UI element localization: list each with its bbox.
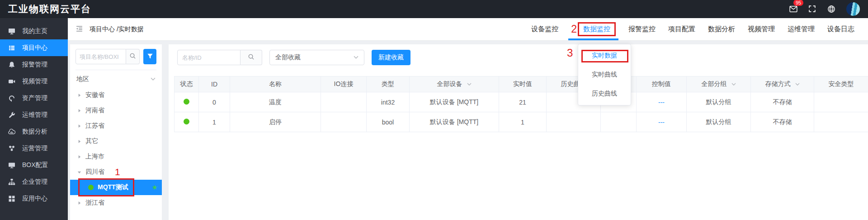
sidebar-item-ops-mgmt[interactable]: 运维管理	[0, 106, 68, 123]
sidebar-item-my-home[interactable]: 我的主页	[0, 23, 68, 39]
col-group-filter[interactable]: 全部分组	[687, 77, 751, 92]
recycle-icon	[8, 95, 15, 102]
favorite-star-icon[interactable]: ★	[152, 183, 158, 191]
type-cell: int32	[367, 92, 410, 112]
chevron-down-icon	[795, 83, 800, 86]
tab-alarm-monitor[interactable]: 报警监控	[622, 18, 662, 40]
security-type-cell	[814, 92, 868, 112]
project-tree-panel: 地区 安徽省 河南省 江苏省	[70, 44, 162, 220]
project-search-button[interactable]	[126, 49, 140, 64]
caret-down-icon	[77, 168, 81, 176]
caret-right-icon	[77, 107, 81, 114]
sidebar-item-video-mgmt[interactable]: 视频管理	[0, 73, 68, 90]
language-button[interactable]	[827, 5, 835, 13]
annotation-step-2: 2	[571, 23, 577, 35]
col-device-filter[interactable]: 全部设备	[410, 77, 499, 92]
tab-label: 数据分析	[708, 25, 735, 33]
annotation-step-1: 1	[115, 167, 120, 177]
device-cell: 默认设备 [MQTT]	[410, 112, 499, 132]
control-value-link[interactable]: ---	[658, 99, 665, 106]
sidebar-item-label: 数据分析	[22, 128, 47, 136]
col-type: 类型	[367, 77, 410, 92]
box-monitor-icon	[8, 162, 15, 169]
tree-node-anhui[interactable]: 安徽省	[75, 87, 156, 103]
tree-node-label: 上海市	[85, 153, 104, 161]
tab-device-monitor[interactable]: 设备监控	[525, 18, 565, 40]
data-toolbar: 全部收藏 新建收藏	[177, 50, 868, 65]
messages-button[interactable]: 95	[789, 5, 797, 13]
sidebar-item-enterprise-mgmt[interactable]: 企业管理	[0, 173, 68, 190]
tree-node-zhejiang[interactable]: 浙江省	[75, 195, 156, 210]
tab-label: 设备日志	[827, 25, 854, 33]
menu-item-history-curve[interactable]: 历史曲线	[578, 84, 631, 103]
monitor-icon	[8, 28, 15, 35]
tab-data-analysis[interactable]: 数据分析	[702, 18, 741, 40]
realtime-value-cell: 1	[499, 112, 547, 132]
col-storage-filter[interactable]: 存储方式	[751, 77, 814, 92]
tree-node-label: 其它	[85, 137, 98, 145]
sidebar-item-label: BOX配置	[22, 161, 48, 169]
sidebar-item-box-config[interactable]: BOX配置	[0, 157, 68, 173]
tab-project-config[interactable]: 项目配置	[662, 18, 702, 40]
sidebar-item-alarm-mgmt[interactable]: 报警管理	[0, 56, 68, 73]
type-cell: bool	[367, 112, 410, 132]
security-type-cell	[814, 112, 868, 132]
sidebar-item-operation-mgmt[interactable]: 运营管理	[0, 140, 68, 157]
menu-item-realtime-data[interactable]: 实时数据	[578, 46, 631, 65]
tree-node-shanghai[interactable]: 上海市	[75, 149, 156, 164]
name-cell: 温度	[230, 92, 321, 112]
tree-node-label: 江苏省	[85, 122, 104, 130]
fullscreen-button[interactable]	[808, 5, 816, 13]
sidebar-item-label: 视频管理	[22, 77, 47, 86]
name-id-search-input[interactable]	[177, 50, 241, 65]
col-realtime-value: 实时值	[499, 77, 547, 92]
sidebar-item-label: 应用中心	[22, 195, 47, 203]
tree-node-sichuan[interactable]: 四川省 1	[75, 164, 156, 180]
wrench-icon	[8, 111, 15, 119]
region-section-title: 地区	[76, 75, 89, 83]
tab-ops-mgmt[interactable]: 运维管理	[781, 18, 821, 40]
tree-node-jiangsu[interactable]: 江苏省	[75, 118, 156, 134]
sidebar-item-project-center[interactable]: 项目中心	[0, 39, 68, 56]
topbar-actions: 95	[789, 2, 860, 16]
filter-button[interactable]	[143, 49, 156, 64]
chevron-down-icon	[151, 77, 156, 81]
sidebar-item-label: 资产管理	[22, 94, 47, 102]
storage-cell: 不存储	[751, 112, 814, 132]
collapse-menu-icon[interactable]	[75, 25, 83, 34]
sidebar-item-data-analysis[interactable]: 数据分析	[0, 123, 68, 140]
tab-label: 项目配置	[668, 25, 695, 33]
new-favorite-button[interactable]: 新建收藏	[372, 50, 410, 65]
globe-icon	[827, 7, 835, 14]
funnel-icon	[147, 53, 153, 61]
tree-node-mqtt-test[interactable]: MQTT测试 ★	[70, 180, 162, 195]
tab-device-log[interactable]: 设备日志	[821, 18, 861, 40]
avatar[interactable]	[846, 2, 860, 16]
chevron-down-icon	[731, 83, 736, 86]
region-section-header[interactable]: 地区	[75, 70, 156, 87]
favorites-select-value: 全部收藏	[275, 53, 301, 62]
io-connection-cell	[321, 112, 367, 132]
online-status-dot	[184, 99, 189, 105]
tab-video-mgmt[interactable]: 视频管理	[741, 18, 781, 40]
tree-node-henan[interactable]: 河南省	[75, 103, 156, 118]
status-cell	[175, 92, 199, 112]
io-connection-cell	[321, 92, 367, 112]
project-search-input[interactable]	[75, 49, 126, 64]
menu-item-realtime-curve[interactable]: 实时曲线	[578, 65, 631, 84]
tree-node-label: 安徽省	[85, 91, 104, 99]
tree-node-other[interactable]: 其它	[75, 134, 156, 149]
video-camera-icon	[8, 78, 15, 85]
tab-data-monitor[interactable]: 2 数据监控	[565, 18, 622, 40]
col-io-connection: IO连接	[321, 77, 367, 92]
tree-node-label: 四川省	[85, 168, 104, 176]
sidebar-item-asset-mgmt[interactable]: 资产管理	[0, 90, 68, 106]
tab-label: 运维管理	[788, 25, 815, 33]
tab-label: 设备监控	[531, 25, 558, 33]
group-cell: 默认分组	[687, 92, 751, 112]
sidebar-item-app-center[interactable]: 应用中心	[0, 190, 68, 207]
data-search-button[interactable]	[241, 50, 262, 65]
favorites-select[interactable]: 全部收藏	[269, 50, 364, 65]
control-value-link[interactable]: ---	[658, 119, 665, 126]
history-curve-cell	[547, 112, 601, 132]
